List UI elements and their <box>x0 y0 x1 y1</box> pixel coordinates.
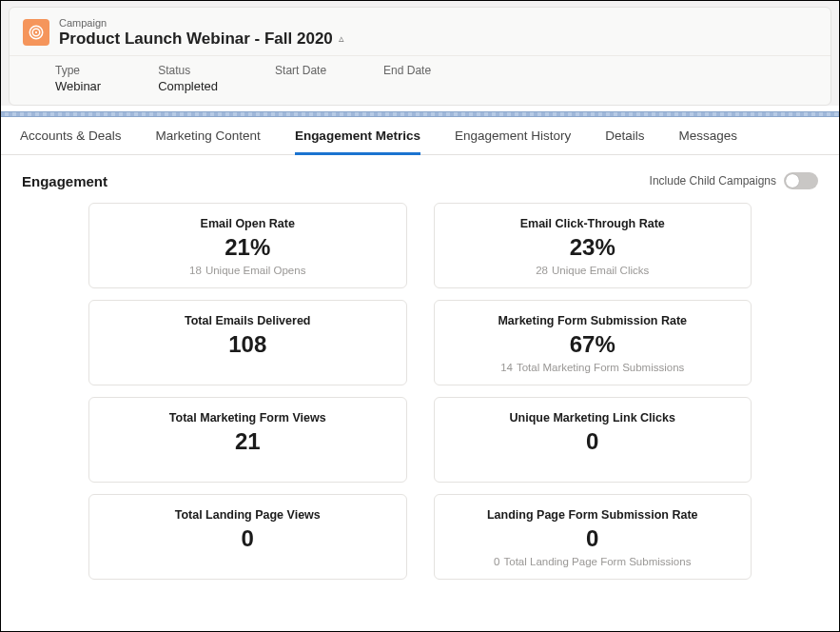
tab-bar: Accounts & Deals Marketing Content Engag… <box>1 117 839 155</box>
metric-title: Total Landing Page Views <box>99 508 397 522</box>
tab-messages[interactable]: Messages <box>679 128 738 154</box>
meta-type-label: Type <box>55 64 101 77</box>
toggle-label: Include Child Campaigns <box>650 174 776 188</box>
metric-value: 108 <box>99 331 397 358</box>
tab-accounts[interactable]: Accounts & Deals <box>20 128 122 154</box>
metric-value: 21 <box>99 428 397 455</box>
metric-value: 0 <box>444 428 742 455</box>
tab-details[interactable]: Details <box>605 128 644 154</box>
tab-engagement-history[interactable]: Engagement History <box>455 128 571 154</box>
metric-value: 67% <box>444 331 742 358</box>
metric-title: Unique Marketing Link Clicks <box>444 411 742 425</box>
meta-status-value: Completed <box>158 79 218 93</box>
metric-subtext: 14Total Marketing Form Submissions <box>444 362 742 373</box>
metric-value: 0 <box>444 525 742 552</box>
metric-title: Marketing Form Submission Rate <box>444 314 742 327</box>
campaign-icon <box>23 19 49 46</box>
record-meta: Type Webinar Status Completed Start Date… <box>10 55 830 105</box>
tab-marketing-content[interactable]: Marketing Content <box>156 128 261 154</box>
metric-value: 0 <box>99 525 397 552</box>
record-title-text: Product Launch Webinar - Fall 2020 <box>59 30 333 49</box>
hierarchy-icon[interactable]: ▵ <box>339 32 344 45</box>
metric-subtext <box>99 459 397 470</box>
tab-engagement-metrics[interactable]: Engagement Metrics <box>295 128 420 155</box>
metric-email-ctr: Email Click-Through Rate 23% 28Unique Em… <box>434 203 752 288</box>
metric-title: Email Click-Through Rate <box>444 217 742 230</box>
meta-status-label: Status <box>158 64 218 77</box>
meta-start-label: Start Date <box>275 64 326 77</box>
metric-title: Landing Page Form Submission Rate <box>444 508 742 522</box>
metric-emails-delivered: Total Emails Delivered 108 <box>88 300 407 385</box>
metric-landing-page-views: Total Landing Page Views 0 <box>88 494 407 580</box>
metric-landing-page-form-rate: Landing Page Form Submission Rate 0 0Tot… <box>434 494 752 580</box>
metric-subtext: 18Unique Email Opens <box>99 265 397 276</box>
metric-form-views: Total Marketing Form Views 21 <box>88 397 407 483</box>
include-child-campaigns-toggle[interactable] <box>784 172 818 189</box>
metric-email-open-rate: Email Open Rate 21% 18Unique Email Opens <box>88 203 407 288</box>
meta-type-value: Webinar <box>55 79 101 93</box>
record-kicker: Campaign <box>59 17 344 30</box>
svg-point-2 <box>35 31 37 33</box>
section-title: Engagement <box>22 173 107 189</box>
meta-end-label: End Date <box>383 64 431 77</box>
metric-title: Total Marketing Form Views <box>99 411 397 425</box>
metric-subtext: 0Total Landing Page Form Submissions <box>444 556 742 567</box>
metric-title: Email Open Rate <box>99 217 397 230</box>
metric-subtext <box>99 556 397 567</box>
metric-title: Total Emails Delivered <box>99 314 397 327</box>
record-header: Campaign Product Launch Webinar - Fall 2… <box>9 7 831 106</box>
metrics-grid: Email Open Rate 21% 18Unique Email Opens… <box>22 203 818 580</box>
metric-link-clicks: Unique Marketing Link Clicks 0 <box>434 397 752 483</box>
metric-form-submission-rate: Marketing Form Submission Rate 67% 14Tot… <box>434 300 752 385</box>
metric-value: 21% <box>99 234 397 261</box>
page-title: Product Launch Webinar - Fall 2020 ▵ <box>59 30 344 49</box>
metric-value: 23% <box>444 234 742 261</box>
metric-subtext <box>99 362 397 373</box>
metric-subtext: 28Unique Email Clicks <box>444 265 742 276</box>
metric-subtext <box>444 459 742 470</box>
